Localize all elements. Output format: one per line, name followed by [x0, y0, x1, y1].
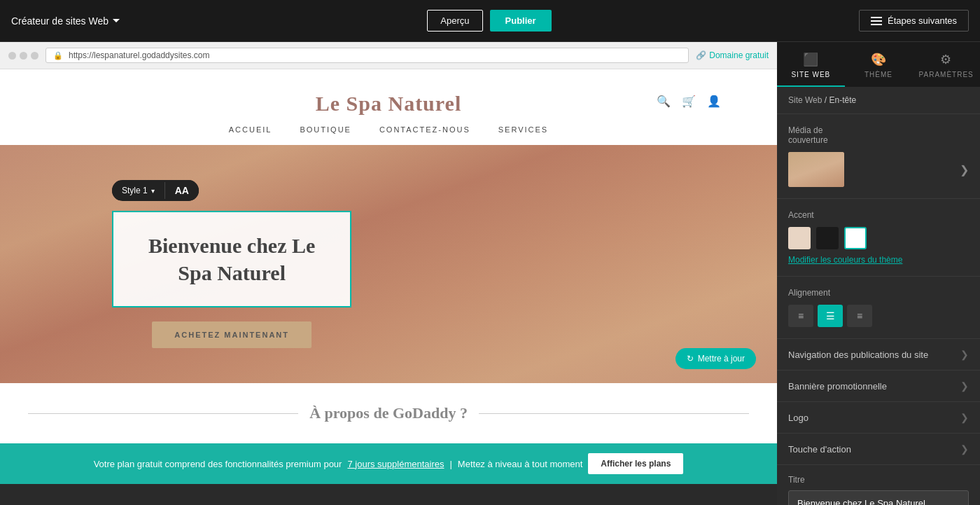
- tab-theme[interactable]: 🎨 THÈME: [845, 42, 913, 87]
- accent-swatch-light[interactable]: [788, 227, 811, 249]
- browser-dot-red: [8, 52, 16, 60]
- hero-title: Bienvenue chez LeSpa Naturel: [148, 232, 315, 286]
- browser-dots: [8, 52, 38, 60]
- nav-logo-item[interactable]: Logo ❯: [777, 402, 980, 434]
- site-header: Le Spa Naturel 🔍 🛒 👤 ACCUEIL BOUTIQUE CO…: [0, 69, 777, 145]
- nav-contactez[interactable]: CONTACTEZ-NOUS: [379, 125, 470, 134]
- breadcrumb-current: En-tête: [829, 95, 856, 105]
- nav-services[interactable]: SERVICES: [498, 125, 548, 134]
- align-center-button[interactable]: ☰: [818, 305, 843, 327]
- nav-boutique[interactable]: BOUTIQUE: [300, 125, 351, 134]
- hero-section: Style 1 ▾ AA Bienvenue chez LeSpa Nature…: [0, 145, 777, 383]
- nav-banniere-chevron-icon: ❯: [960, 380, 969, 392]
- nav-touche-item[interactable]: Touche d'action ❯: [777, 434, 980, 465]
- right-panel: ⬛ SITE WEB 🎨 THÈME ⚙ PARAMÈTRES Site Web…: [777, 42, 980, 505]
- media-cover-label: Média decouverture: [788, 125, 969, 145]
- etapes-button[interactable]: Étapes suivantes: [859, 10, 969, 32]
- breadcrumb-parent[interactable]: Site Web: [788, 95, 822, 105]
- media-cover-row: ❯: [788, 152, 969, 187]
- media-thumbnail[interactable]: [788, 152, 844, 187]
- accent-label: Accent: [788, 210, 969, 220]
- site-web-icon: ⬛: [803, 52, 819, 67]
- top-bar-center: Aperçu Publier: [120, 10, 859, 32]
- publier-button[interactable]: Publier: [490, 10, 552, 32]
- panel-tabs: ⬛ SITE WEB 🎨 THÈME ⚙ PARAMÈTRES: [777, 42, 980, 87]
- nav-accueil[interactable]: ACCUEIL: [229, 125, 272, 134]
- promo-days-link[interactable]: 7 jours supplémentaires: [347, 459, 444, 469]
- apercu-button[interactable]: Aperçu: [427, 10, 482, 32]
- promo-bar: Votre plan gratuit comprend des fonction…: [0, 443, 777, 484]
- accent-swatch-dark[interactable]: [816, 227, 839, 249]
- browser-dot-yellow: [20, 52, 27, 60]
- lock-icon: 🔒: [53, 51, 63, 60]
- site-creator-label[interactable]: Créateur de sites Web: [11, 15, 120, 27]
- media-cover-section: Média decouverture ❯: [777, 114, 980, 199]
- media-thumb-bg: [788, 152, 844, 187]
- main-layout: 🔒 https://lespanaturel.godaddysites.com …: [0, 42, 980, 505]
- about-section: À propos de GoDaddy ?: [0, 383, 777, 443]
- align-center-icon: ☰: [826, 310, 835, 321]
- hero-content: Style 1 ▾ AA Bienvenue chez LeSpa Nature…: [112, 180, 351, 348]
- browser-chrome: 🔒 https://lespanaturel.godaddysites.com …: [0, 42, 777, 69]
- titre-label: Titre: [788, 475, 969, 485]
- about-title: À propos de GoDaddy ?: [28, 404, 749, 422]
- browser-url-bar: 🔒 https://lespanaturel.godaddysites.com: [46, 48, 689, 63]
- modify-colors-link[interactable]: Modifier les couleurs du thème: [788, 255, 969, 265]
- nav-publications-chevron-icon: ❯: [960, 349, 969, 360]
- alignment-label: Alignement: [788, 288, 969, 298]
- link-icon: 🔗: [696, 50, 706, 60]
- etapes-icon: [871, 17, 882, 25]
- style-chevron-icon: ▾: [151, 187, 155, 195]
- hero-text-box[interactable]: Bienvenue chez LeSpa Naturel: [112, 211, 351, 307]
- afficher-plans-button[interactable]: Afficher les plans: [588, 453, 683, 474]
- accent-swatch-white[interactable]: [844, 227, 867, 249]
- align-right-icon: ≡: [857, 310, 862, 321]
- text-size-button[interactable]: AA: [165, 180, 199, 201]
- accent-row: [788, 227, 969, 249]
- refresh-icon: ↻: [687, 354, 694, 364]
- tab-parametres[interactable]: ⚙ PARAMÈTRES: [912, 42, 980, 87]
- theme-icon: 🎨: [871, 52, 887, 67]
- header-top-row: Le Spa Naturel 🔍 🛒 👤: [28, 81, 749, 125]
- browser-dot-green: [31, 52, 38, 60]
- domain-link[interactable]: 🔗 Domaine gratuit: [696, 50, 769, 60]
- accent-section: Accent Modifier les couleurs du thème: [777, 199, 980, 277]
- creator-chevron-icon: [113, 19, 120, 22]
- top-bar: Créateur de sites Web Aperçu Publier Éta…: [0, 0, 980, 42]
- alignment-section: Alignement ≡ ☰ ≡: [777, 277, 980, 339]
- preview-wrapper: 🔒 https://lespanaturel.godaddysites.com …: [0, 42, 777, 505]
- preview-area: 🔒 https://lespanaturel.godaddysites.com …: [0, 42, 777, 505]
- style-toolbar: Style 1 ▾ AA: [112, 180, 199, 201]
- hero-cta-button[interactable]: ACHETEZ MAINTENANT: [152, 321, 312, 348]
- nav-touche-chevron-icon: ❯: [960, 443, 969, 455]
- cart-icon[interactable]: 🛒: [682, 95, 696, 108]
- panel-breadcrumb: Site Web / En-tête: [777, 87, 980, 114]
- user-icon[interactable]: 👤: [707, 95, 721, 108]
- top-bar-left: Créateur de sites Web: [11, 15, 120, 27]
- top-bar-right: Étapes suivantes: [859, 10, 969, 32]
- align-left-icon: ≡: [798, 310, 804, 321]
- titre-section: Titre: [777, 465, 980, 505]
- titre-input[interactable]: [788, 490, 969, 505]
- site-title: Le Spa Naturel: [316, 92, 461, 116]
- nav-banniere-item[interactable]: Bannière promotionnelle ❯: [777, 371, 980, 402]
- update-badge[interactable]: ↻ Mettre à jour: [676, 348, 756, 369]
- style-dropdown-button[interactable]: Style 1 ▾: [112, 181, 164, 200]
- search-icon[interactable]: 🔍: [657, 95, 671, 108]
- align-left-button[interactable]: ≡: [788, 305, 813, 327]
- align-right-button[interactable]: ≡: [847, 305, 872, 327]
- nav-logo-chevron-icon: ❯: [960, 412, 969, 423]
- site-nav: ACCUEIL BOUTIQUE CONTACTEZ-NOUS SERVICES: [229, 125, 548, 134]
- alignment-row: ≡ ☰ ≡: [788, 305, 969, 327]
- header-icons-right: 🔍 🛒 👤: [657, 95, 721, 108]
- promo-bar-wrapper: Votre plan gratuit comprend des fonction…: [0, 443, 777, 484]
- tab-site-web[interactable]: ⬛ SITE WEB: [777, 42, 845, 87]
- preview-inner: Le Spa Naturel 🔍 🛒 👤 ACCUEIL BOUTIQUE CO…: [0, 69, 777, 505]
- media-arrow-icon[interactable]: ❯: [960, 163, 969, 177]
- parametres-icon: ⚙: [940, 52, 952, 67]
- nav-publications-item[interactable]: Navigation des publications du site ❯: [777, 339, 980, 371]
- promo-separator: |: [449, 459, 451, 469]
